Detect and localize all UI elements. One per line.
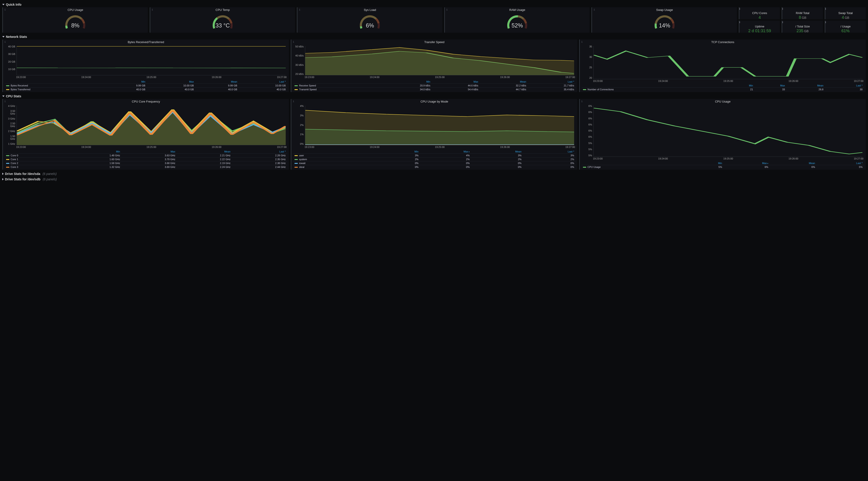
legend-row[interactable]: CPU Usage 5%6%6%5% [582, 165, 864, 169]
info-icon[interactable]: i [782, 7, 783, 10]
info-icon[interactable]: i [299, 8, 301, 11]
stat-value: 2 d 01:31:59 [739, 28, 780, 33]
stat-label: / Usage [825, 24, 866, 28]
row-title: Quick Info [6, 3, 21, 6]
col-last[interactable]: Last * [239, 80, 287, 84]
legend-row[interactable]: Number of Connections 213326.830 [582, 88, 864, 91]
info-icon[interactable]: i [581, 40, 583, 43]
plot-area[interactable] [593, 106, 863, 157]
stat-cores[interactable]: i CPU Cores 4 [739, 7, 780, 19]
row-hint: (6 panels) [43, 172, 57, 176]
info-icon[interactable]: i [825, 7, 826, 10]
legend-row[interactable]: Transmit Speed 34.0 kB/s54.4 kB/s44.7 kB… [293, 88, 576, 91]
gauge-cpu_temp[interactable]: i CPU Temp 33 °C [150, 7, 295, 33]
col-min[interactable]: Min [103, 80, 147, 84]
chevron-right-icon [2, 173, 4, 175]
panel-title: Sys Load [298, 7, 442, 11]
plot-area[interactable] [593, 46, 863, 79]
col-max[interactable]: Max [754, 84, 786, 88]
info-icon[interactable]: i [739, 21, 740, 24]
plot-area[interactable] [305, 46, 574, 75]
gauge-ram_usage[interactable]: i RAM Usage 52% [444, 7, 590, 33]
panel-cpuusage[interactable]: i CPU Usage 6%6%6%6%6%6%5%5%5% 19:23:001… [579, 99, 866, 170]
panel-cpufreq[interactable]: i CPU Core Frequency 4 GHz3.50 GHz3 GHz2… [2, 99, 289, 170]
legend-row[interactable]: Core 3 1.32 GHz3.69 GHz2.24 GHz2.44 GHz [5, 165, 287, 169]
stat-swap[interactable]: i Swap Total 4GB [825, 7, 866, 19]
info-icon[interactable]: i [446, 8, 448, 11]
panel-title: CPU Usage by Mode [291, 99, 577, 103]
col-max[interactable]: Max [723, 161, 770, 165]
col-last[interactable]: Last * [528, 80, 576, 84]
col-max[interactable]: Max [121, 150, 177, 154]
row-drive-sdb[interactable]: Drive Stats for /dev/sdb (6 panels) [2, 177, 866, 182]
legend-row[interactable]: Core 0 1.48 GHz3.63 GHz2.21 GHz2.28 GHz [5, 154, 287, 157]
col-min[interactable]: Min [381, 150, 420, 154]
info-icon[interactable]: i [825, 21, 826, 24]
stat-value: 235GB [782, 28, 823, 33]
col-max[interactable]: Max [420, 150, 471, 154]
info-icon[interactable]: i [4, 40, 6, 43]
info-icon[interactable]: i [4, 8, 6, 11]
info-icon[interactable]: i [782, 21, 783, 24]
row-cpu-stats[interactable]: CPU Stats [2, 93, 866, 99]
panel-tcp[interactable]: i TCP Connections 35302520 19:23:0019:24… [579, 39, 866, 92]
col-last[interactable]: Last * [523, 150, 576, 154]
col-max[interactable]: Max [432, 80, 479, 84]
plot-area[interactable] [17, 46, 286, 75]
plot-area[interactable] [305, 106, 574, 145]
col-min[interactable]: Min [688, 161, 723, 165]
info-icon[interactable]: i [593, 8, 595, 11]
panel-speed[interactable]: i Transfer Speed 50 kB/s40 kB/s30 kB/s20… [291, 39, 577, 92]
x-axis: 19:23:0019:24:0019:25:0019:26:0019:27:00 [305, 146, 575, 149]
legend-row[interactable]: system 2%2%2%2% [293, 157, 576, 161]
col-mean[interactable]: Mean [786, 84, 825, 88]
stat-tusage[interactable]: i / Usage 61% [825, 21, 866, 33]
info-icon[interactable]: i [152, 8, 153, 11]
panel-title: CPU Usage [3, 7, 148, 11]
panel-bytes[interactable]: i Bytes Received/Transferred 40 GB30 GB2… [2, 39, 289, 92]
col-last[interactable]: Last * [232, 150, 287, 154]
legend-row[interactable]: Bytes Transferred 40.0 GB40.0 GB40.0 GB4… [5, 88, 287, 91]
gauge-swap_usage[interactable]: i Swap Usage 14% [591, 7, 737, 33]
row-title: Drive Stats for /dev/sda [5, 172, 40, 176]
gauge-sys_load[interactable]: i Sys Load 6% [297, 7, 442, 33]
y-axis: 6%6%6%6%6%6%5%5%5% [582, 104, 593, 157]
col-last[interactable]: Last * [825, 84, 864, 88]
legend-row[interactable]: Receive Speed 20.9 kB/s44.6 kB/s32.2 kB/… [293, 84, 576, 88]
info-icon[interactable]: i [293, 40, 294, 43]
legend-row[interactable]: Bytes Received 9.99 GB10.00 GB9.99 GB10.… [5, 84, 287, 88]
col-mean[interactable]: Mean [195, 80, 239, 84]
row-network-stats[interactable]: Network Stats [2, 34, 866, 39]
x-axis: 19:23:0019:24:0019:25:0019:26:0019:27:00 [593, 157, 864, 161]
legend-row[interactable]: steal 0%0%0%0% [293, 165, 576, 169]
col-last[interactable]: Last * [816, 161, 864, 165]
col-min[interactable]: Min [66, 150, 122, 154]
info-icon[interactable]: i [739, 7, 740, 10]
row-drive-sda[interactable]: Drive Stats for /dev/sda (6 panels) [2, 171, 866, 177]
col-mean[interactable]: Mean [177, 150, 232, 154]
legend-row[interactable]: Core 1 1.60 GHz3.70 GHz2.22 GHz2.35 GHz [5, 157, 287, 161]
info-icon[interactable]: i [4, 100, 6, 103]
gauge-cpu_usage[interactable]: i CPU Usage 8% [2, 7, 148, 33]
panel-cpumode[interactable]: i CPU Usage by Mode 4%3%2%1%0% 19:23:001… [291, 99, 577, 170]
col-min[interactable]: Min [725, 84, 754, 88]
row-title: CPU Stats [6, 94, 21, 98]
x-axis: 19:23:0019:24:0019:25:0019:26:0019:27:00 [593, 80, 864, 83]
col-mean[interactable]: Mean [479, 80, 527, 84]
col-min[interactable]: Min [384, 80, 432, 84]
row-quick-info[interactable]: Quick Info [2, 2, 866, 7]
info-icon[interactable]: i [581, 100, 583, 103]
col-max[interactable]: Max [147, 80, 195, 84]
legend-row[interactable]: user 3%4%3%3% [293, 154, 576, 157]
col-mean[interactable]: Mean [770, 161, 816, 165]
legend-row[interactable]: Core 2 1.58 GHz3.68 GHz2.19 GHz2.38 GHz [5, 161, 287, 165]
legend-row[interactable]: iowait 0%0%0%0% [293, 161, 576, 165]
stat-ram[interactable]: i RAM Total 8GB [782, 7, 823, 19]
info-icon[interactable]: i [293, 100, 294, 103]
plot-area[interactable] [17, 106, 286, 145]
x-axis: 19:23:0019:24:0019:25:0019:26:0019:27:00 [16, 76, 287, 80]
stat-tsize[interactable]: i / Total Size 235GB [782, 21, 823, 33]
col-mean[interactable]: Mean [471, 150, 523, 154]
panel-title: CPU Temp [150, 7, 295, 11]
stat-uptime[interactable]: i Uptime 2 d 01:31:59 [739, 21, 780, 33]
